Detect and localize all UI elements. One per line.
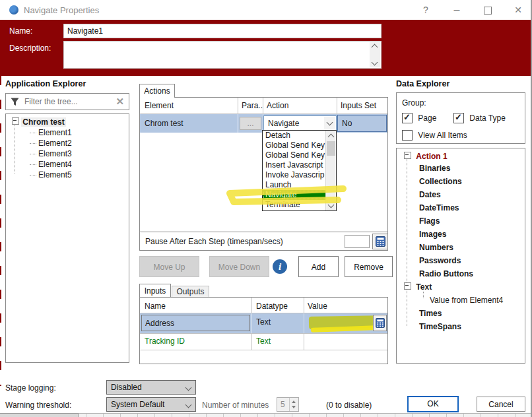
scroll-down-icon[interactable] [372, 59, 378, 66]
tree-node-element5[interactable]: Element5 [30, 170, 72, 179]
tab-actions[interactable]: Actions [139, 84, 175, 98]
address-datatype-cell: Text [256, 317, 271, 327]
tree-node-numbers[interactable]: Numbers [419, 243, 453, 252]
dropdown-item-selected[interactable]: Navigate [263, 190, 329, 200]
info-icon: i [273, 259, 287, 274]
data-explorer-title: Data Explorer [396, 79, 449, 88]
dropdown-item[interactable]: Detach [263, 131, 329, 141]
maximize-glyph [484, 7, 492, 15]
inputs-row-tracking-id[interactable]: Tracking ID Text [140, 334, 387, 350]
add-button[interactable]: Add [298, 256, 339, 277]
tree-node-flags[interactable]: Flags [419, 216, 440, 226]
dropdown-item[interactable]: Insert Javascript [263, 160, 329, 170]
tree-node-timespans[interactable]: TimeSpans [419, 322, 461, 331]
application-explorer-title: Application Explorer [5, 79, 86, 88]
chevron-down-icon [185, 402, 192, 408]
dialog-left-edge [0, 76, 1, 386]
checkbox-unchecked-icon [402, 130, 413, 141]
minutes-spinner[interactable]: 5 [277, 397, 299, 412]
dropdown-scrollbar[interactable] [325, 131, 336, 210]
tree-node-value-from-element4[interactable]: Value from Element4 [430, 296, 503, 305]
tree-node-element3[interactable]: Element3 [30, 149, 72, 158]
pause-after-step-label: Pause After Each Step (timespan/secs) [145, 237, 283, 246]
tree-guide [423, 292, 424, 298]
combobox-chevron-icon[interactable] [324, 117, 335, 130]
maximize-icon[interactable] [478, 3, 498, 17]
tree-node-binaries[interactable]: Binaries [419, 164, 450, 173]
checkbox-data-type[interactable]: Data Type [453, 113, 506, 123]
col-inputs-set: Inputs Set [341, 101, 376, 110]
collapse-icon[interactable] [404, 282, 411, 290]
dropdown-item[interactable]: Global Send Key [263, 150, 329, 160]
tree-node-element4[interactable]: Element4 [30, 160, 72, 169]
ok-button[interactable]: OK [407, 396, 459, 412]
col-datatype: Datatype [256, 302, 288, 311]
navigate-properties-dialog: Navigate Properties ? – ✕ Name: Descript… [0, 0, 532, 417]
clear-filter-icon[interactable]: ✕ [116, 96, 124, 108]
application-tree: Chrom test Element1 Element2 Element3 El… [5, 113, 129, 363]
group-label: Group: [402, 98, 426, 108]
scroll-up-icon[interactable] [326, 131, 336, 141]
tree-node-radio-buttons[interactable]: Radio Buttons [419, 269, 473, 278]
move-down-button[interactable]: Move Down [209, 256, 269, 277]
inputs-row-address[interactable]: Address Text [140, 313, 387, 333]
dropdown-item[interactable]: Global Send Key [263, 141, 329, 150]
tree-node-passwords[interactable]: Passwords [419, 256, 461, 265]
tab-inputs[interactable]: Inputs [139, 284, 171, 297]
tree-node-images[interactable]: Images [419, 230, 446, 239]
address-name-cell[interactable]: Address [141, 315, 250, 331]
param-ellipsis-button[interactable]: ... [240, 117, 261, 130]
description-scrollbar[interactable] [370, 42, 380, 67]
dropdown-item[interactable]: Terminate [263, 200, 329, 210]
stage-logging-select[interactable]: Disabled [106, 380, 196, 395]
cancel-button[interactable]: Cancel [477, 397, 525, 412]
scroll-down-icon[interactable] [326, 201, 336, 210]
window-title: Navigate Properties [24, 5, 99, 15]
tree-guide [407, 158, 407, 326]
action-combobox-value: Navigate [268, 119, 299, 128]
move-up-button[interactable]: Move Up [139, 256, 199, 277]
checkbox-checked-icon [453, 113, 464, 123]
collapse-icon[interactable] [12, 117, 19, 125]
tree-node-element1[interactable]: Element1 [30, 128, 72, 137]
chevron-down-icon [185, 385, 192, 391]
data-explorer-tree: Action 1 Binaries Collections Dates Date… [396, 148, 525, 364]
tree-node-collections[interactable]: Collections [419, 177, 462, 186]
action-dropdown-list: Detach Global Send Key Global Send Key I… [262, 130, 337, 211]
value-calculator-button[interactable] [373, 315, 387, 331]
tree-node-text[interactable]: Text [404, 282, 432, 292]
description-input[interactable] [63, 41, 382, 69]
calculator-icon [376, 318, 385, 328]
dropdown-item[interactable]: Launch [263, 180, 329, 190]
collapse-icon[interactable] [404, 152, 411, 159]
warning-threshold-select[interactable]: System Default [106, 397, 196, 412]
close-icon[interactable]: ✕ [508, 3, 528, 17]
tree-node-element2[interactable]: Element2 [30, 139, 72, 148]
remove-button[interactable]: Remove [345, 256, 393, 277]
pause-after-step-input[interactable] [345, 235, 370, 248]
name-input[interactable] [63, 24, 382, 38]
tab-outputs[interactable]: Outputs [172, 286, 209, 297]
inputs-set-cell[interactable]: No [337, 115, 387, 132]
tree-node-datetimes[interactable]: DateTimes [419, 203, 459, 212]
scroll-thumb[interactable] [327, 141, 335, 156]
filter-tree-input[interactable] [23, 96, 109, 108]
tree-node-root[interactable]: Chrom test [12, 117, 66, 127]
help-icon[interactable]: ? [416, 3, 436, 17]
checkbox-page[interactable]: Page [402, 113, 436, 123]
col-param: Para... [242, 101, 263, 110]
spinner-up-icon[interactable] [292, 401, 296, 403]
action-combobox[interactable]: Navigate [263, 115, 337, 131]
tree-node-dates[interactable]: Dates [419, 190, 441, 199]
tree-node-times[interactable]: Times [419, 309, 442, 318]
tree-node-action1[interactable]: Action 1 [404, 152, 448, 161]
actions-table-header: Element Para... Action Inputs Set [140, 98, 387, 113]
calculator-icon [376, 236, 385, 247]
spinner-arrows[interactable] [289, 398, 298, 411]
dropdown-item[interactable]: Invoke Javascrip [263, 170, 329, 180]
pause-calculator-button[interactable] [372, 234, 388, 249]
minimize-icon[interactable]: – [447, 3, 467, 17]
checkbox-view-all-items[interactable]: View All Items [402, 130, 467, 141]
spinner-down-icon[interactable] [292, 406, 296, 408]
scroll-up-icon[interactable] [372, 44, 378, 51]
